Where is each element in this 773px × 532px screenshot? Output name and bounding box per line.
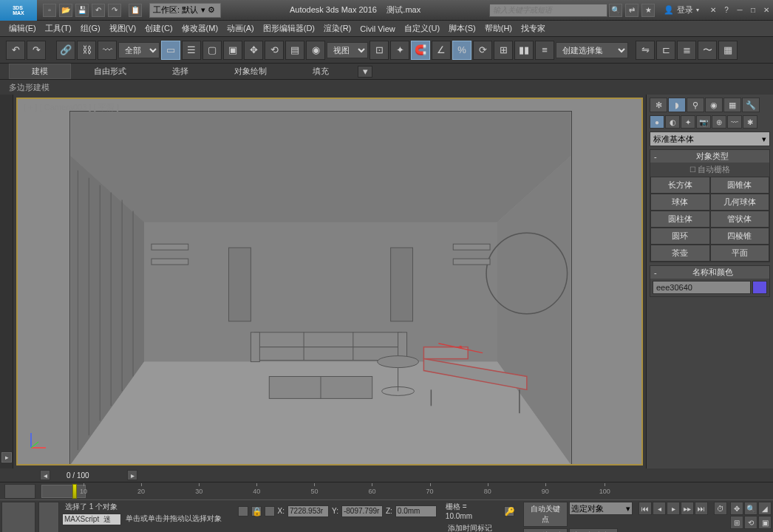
rotate-button[interactable]: ⟲ bbox=[265, 41, 284, 60]
redo-icon[interactable]: ↷ bbox=[108, 4, 121, 17]
next-frame-button[interactable]: ▸▸ bbox=[681, 502, 694, 515]
save-icon[interactable]: 💾 bbox=[75, 4, 89, 17]
menu-group[interactable]: 组(G) bbox=[76, 21, 105, 35]
subtab-shapes[interactable]: ◐ bbox=[665, 115, 680, 129]
project-icon[interactable]: 📋 bbox=[129, 4, 142, 17]
menu-script[interactable]: 脚本(S) bbox=[444, 21, 480, 35]
mirror-tool-button[interactable]: ⇋ bbox=[636, 41, 655, 60]
placement-button[interactable]: ◉ bbox=[306, 41, 325, 60]
viewport-label[interactable]: [ + ] [ Camera003 ] [ 平滑 ] bbox=[24, 102, 119, 113]
timeline-scroll-right[interactable]: ▸ bbox=[127, 470, 137, 480]
autokey-button[interactable]: 自动关键点 bbox=[523, 502, 568, 527]
nav-fov-button[interactable]: ◢ bbox=[758, 502, 772, 515]
geometry-dropdown[interactable]: 标准基本体▾ bbox=[650, 132, 770, 146]
keymode-dropdown[interactable]: 选定对象▾ bbox=[569, 502, 633, 515]
spinner-snap-button[interactable]: ⟳ bbox=[473, 41, 492, 60]
tab-display[interactable]: ▦ bbox=[723, 98, 741, 112]
login-button[interactable]: 👤 登录 ▾ bbox=[664, 4, 699, 16]
subtab-systems[interactable]: ✱ bbox=[743, 115, 757, 129]
time-ruler[interactable]: 1020 3040 5060 7080 90100 bbox=[0, 482, 773, 499]
primitive-pyramid[interactable]: 四棱锥 bbox=[710, 228, 770, 245]
coord-x-input[interactable] bbox=[287, 505, 329, 517]
object-color-swatch[interactable] bbox=[752, 281, 767, 294]
link-button[interactable]: 🔗 bbox=[56, 41, 75, 60]
primitive-sphere[interactable]: 球体 bbox=[650, 194, 710, 211]
rollout-object-type[interactable]: -对象类型 bbox=[650, 150, 769, 163]
percent-snap-button[interactable]: % bbox=[452, 41, 471, 60]
timeline-scroll-left[interactable]: ◂ bbox=[40, 470, 50, 480]
menu-edit[interactable]: 编辑(E) bbox=[4, 21, 41, 35]
ribbon-expand-icon[interactable]: ▾ bbox=[358, 66, 372, 78]
app-logo-icon[interactable]: 3DSMAX bbox=[0, 0, 37, 21]
tab-modify[interactable]: ◗ bbox=[668, 98, 686, 112]
search-icon[interactable]: 🔍 bbox=[609, 4, 622, 17]
nav-orbit-button[interactable]: ⟲ bbox=[744, 516, 757, 529]
tab-hierarchy[interactable]: ⚲ bbox=[687, 98, 704, 112]
nav-maximize-button[interactable]: ▣ bbox=[758, 516, 772, 529]
primitive-cylinder[interactable]: 圆柱体 bbox=[650, 211, 710, 228]
pivot-button[interactable]: ⊡ bbox=[370, 41, 389, 60]
menu-expert[interactable]: 找专家 bbox=[517, 21, 550, 35]
prev-frame-button[interactable]: ◂ bbox=[653, 502, 666, 515]
primitive-plane[interactable]: 平面 bbox=[710, 245, 770, 262]
workspace-selector[interactable]: 工作区: 默认 ▾ ⚙ bbox=[149, 3, 221, 18]
select-region-button[interactable]: ▢ bbox=[202, 41, 222, 60]
menu-civilview[interactable]: Civil View bbox=[355, 23, 399, 35]
manipulate-button[interactable]: ✦ bbox=[390, 41, 409, 60]
lock-icon[interactable]: 🔒 bbox=[251, 506, 262, 516]
ribbon-tab-fill[interactable]: 填充 bbox=[290, 64, 352, 79]
primitive-teapot[interactable]: 茶壶 bbox=[650, 245, 710, 262]
subtab-spacewarps[interactable]: 〰 bbox=[727, 115, 742, 129]
trackview-button[interactable] bbox=[1, 502, 35, 532]
keyfilter-button[interactable]: 关键点过滤器 bbox=[569, 528, 618, 532]
subtab-helpers[interactable]: ⊕ bbox=[712, 115, 726, 129]
subtab-geometry[interactable]: ● bbox=[650, 115, 664, 129]
primitive-tube[interactable]: 管状体 bbox=[710, 211, 770, 228]
layer-button[interactable]: ≣ bbox=[677, 41, 696, 60]
primitive-geosphere[interactable]: 几何球体 bbox=[710, 194, 770, 211]
move-button[interactable]: ✥ bbox=[244, 41, 263, 60]
setkey-button[interactable]: 设置关键点 bbox=[523, 528, 568, 532]
close-button[interactable]: ✕ bbox=[760, 4, 773, 16]
tab-utilities[interactable]: 🔧 bbox=[742, 98, 760, 112]
favorite-icon[interactable]: ★ bbox=[641, 4, 655, 17]
goto-start-button[interactable]: ⏮ bbox=[639, 502, 652, 515]
primitive-torus[interactable]: 圆环 bbox=[650, 228, 710, 245]
schematic-button[interactable]: ▦ bbox=[718, 41, 738, 60]
tab-create[interactable]: ✻ bbox=[650, 98, 667, 112]
bind-button[interactable]: 〰 bbox=[98, 41, 117, 60]
menu-help[interactable]: 帮助(H) bbox=[480, 21, 517, 35]
menu-customize[interactable]: 自定义(U) bbox=[400, 21, 444, 35]
menu-render[interactable]: 渲染(R) bbox=[319, 21, 355, 35]
ribbon-tab-paint[interactable]: 对象绘制 bbox=[211, 64, 290, 79]
object-name-input[interactable]: eee30640 bbox=[653, 281, 751, 294]
minimize-button[interactable]: ─ bbox=[733, 4, 746, 16]
autogrid-checkbox[interactable]: ☐ 自动栅格 bbox=[650, 163, 769, 177]
new-icon[interactable]: ▫ bbox=[43, 4, 56, 17]
menu-grapheditor[interactable]: 图形编辑器(D) bbox=[259, 21, 319, 35]
menu-tools[interactable]: 工具(T) bbox=[41, 21, 76, 35]
menu-modifiers[interactable]: 修改器(M) bbox=[177, 21, 223, 35]
keyframe-icon[interactable] bbox=[238, 506, 248, 516]
add-time-tag[interactable]: 添加时间标记 bbox=[445, 523, 495, 532]
primitive-box[interactable]: 长方体 bbox=[650, 177, 710, 194]
nav-zoom-button[interactable]: 🔍 bbox=[744, 502, 757, 515]
ribbon-panel-label[interactable]: 多边形建模 bbox=[9, 82, 50, 93]
viewport[interactable]: [ + ] [ Camera003 ] [ 平滑 ] bbox=[16, 98, 643, 466]
window-crossing-button[interactable]: ▣ bbox=[223, 41, 242, 60]
time-tag-icon[interactable]: 🔑 bbox=[504, 506, 514, 516]
maximize-button[interactable]: □ bbox=[746, 4, 760, 16]
primitive-cone[interactable]: 圆锥体 bbox=[710, 177, 770, 194]
menu-create[interactable]: 创建(C) bbox=[140, 21, 177, 35]
menu-animation[interactable]: 动画(A) bbox=[222, 21, 259, 35]
goto-end-button[interactable]: ⏭ bbox=[695, 502, 708, 515]
named-selection-dropdown[interactable]: 创建选择集 bbox=[556, 42, 628, 58]
ribbon-tab-freeform[interactable]: 自由形式 bbox=[71, 64, 149, 79]
snap-toggle-button[interactable]: 🧲 bbox=[411, 41, 430, 60]
rollout-name-color[interactable]: -名称和颜色 bbox=[650, 266, 769, 279]
curve-editor-button[interactable]: 〜 bbox=[698, 41, 717, 60]
redo-button[interactable]: ↷ bbox=[27, 41, 46, 60]
help-icon[interactable]: ? bbox=[720, 4, 733, 16]
edit-selection-button[interactable]: ⊞ bbox=[494, 41, 513, 60]
undo-button[interactable]: ↶ bbox=[6, 41, 25, 60]
